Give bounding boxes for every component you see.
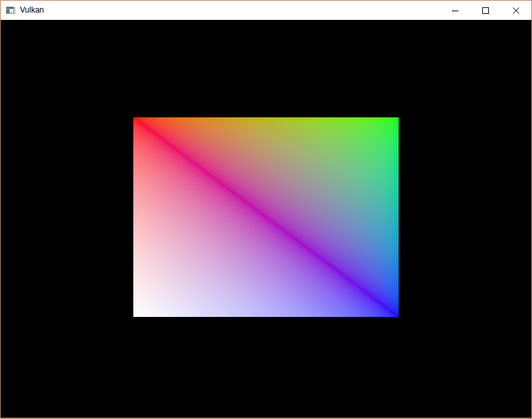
caption-buttons xyxy=(440,1,531,20)
app-window-icon xyxy=(5,5,16,16)
titlebar[interactable]: Vulkan xyxy=(1,1,531,20)
minimize-icon xyxy=(452,7,458,14)
maximize-button[interactable] xyxy=(470,1,501,20)
render-area xyxy=(1,20,531,418)
gradient-quad-canvas xyxy=(133,117,399,317)
maximize-icon xyxy=(482,7,489,14)
vulkan-window: Vulkan xyxy=(0,0,532,419)
minimize-button[interactable] xyxy=(440,1,470,20)
close-icon xyxy=(513,7,519,14)
close-button[interactable] xyxy=(501,1,531,20)
window-title: Vulkan xyxy=(20,1,44,20)
